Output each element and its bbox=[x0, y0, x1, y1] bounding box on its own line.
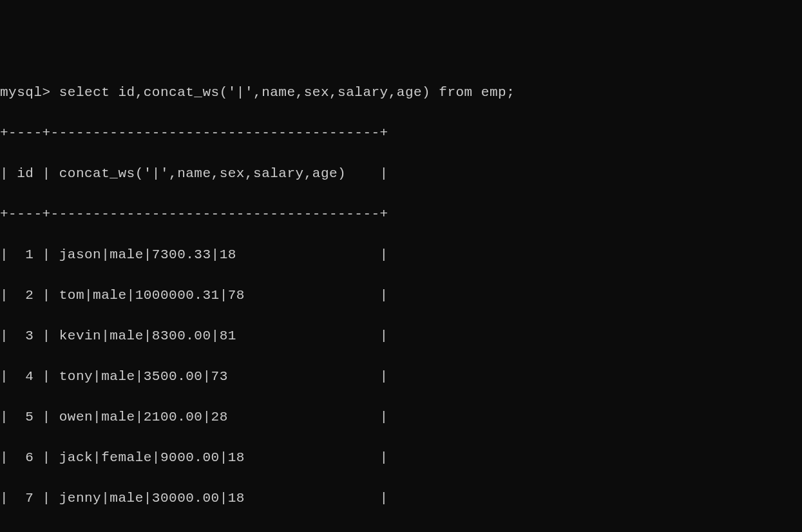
table-row: | 3 | kevin|male|8300.00|81 | bbox=[0, 326, 802, 347]
table-row: | 4 | tony|male|3500.00|73 | bbox=[0, 366, 802, 387]
table-row: | 2 | tom|male|1000000.31|78 | bbox=[0, 285, 802, 306]
mysql-prompt: mysql> bbox=[0, 85, 59, 100]
table-border-top: +----+----------------------------------… bbox=[0, 123, 802, 144]
query-line: mysql> select id,concat_ws('|',name,sex,… bbox=[0, 82, 802, 103]
table-border-mid: +----+----------------------------------… bbox=[0, 204, 802, 225]
table-row: | 8 | sank|male|10000.00|48 | bbox=[0, 529, 802, 532]
table-row: | 1 | jason|male|7300.33|18 | bbox=[0, 245, 802, 265]
sql-query: select id,concat_ws('|',name,sex,salary,… bbox=[59, 85, 515, 100]
table-row: | 7 | jenny|male|30000.00|18 | bbox=[0, 488, 802, 509]
table-row: | 5 | owen|male|2100.00|28 | bbox=[0, 407, 802, 428]
table-row: | 6 | jack|female|9000.00|18 | bbox=[0, 448, 802, 468]
table-header: | id | concat_ws('|',name,sex,salary,age… bbox=[0, 164, 802, 184]
